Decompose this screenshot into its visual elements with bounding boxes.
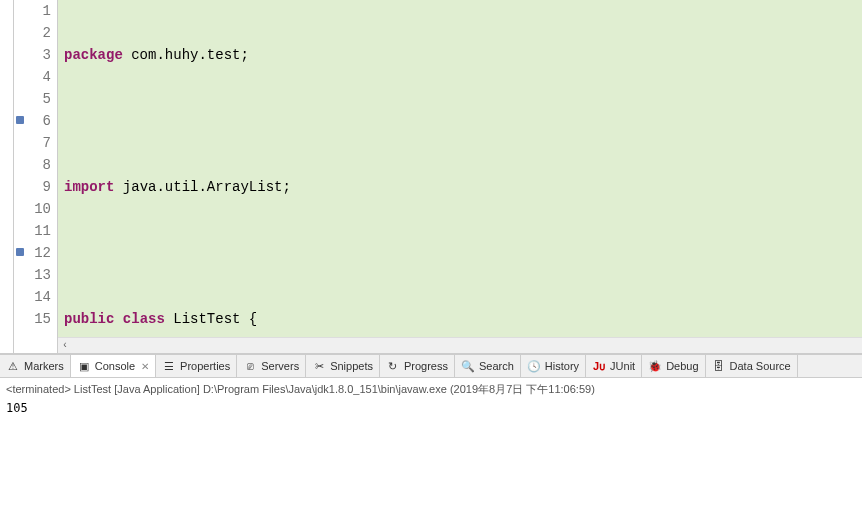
debug-icon: 🐞 xyxy=(648,359,662,373)
line-number: 9 xyxy=(14,176,51,198)
servers-icon: ⎚ xyxy=(243,359,257,373)
line-number-gutter: 1 2 3 4 5 6 7 8 9 10 11 12 13 14 15 xyxy=(14,0,58,353)
ruler-margin xyxy=(0,0,14,353)
horizontal-scrollbar[interactable]: ‹ xyxy=(58,337,862,353)
search-icon: 🔍 xyxy=(461,359,475,373)
junit-icon: Jᴜ xyxy=(592,359,606,373)
line-number: 1 xyxy=(14,0,51,22)
tab-properties[interactable]: ☰Properties xyxy=(156,355,237,377)
line-number: 13 xyxy=(14,264,51,286)
snippets-icon: ✂ xyxy=(312,359,326,373)
properties-icon: ☰ xyxy=(162,359,176,373)
line-number: 7 xyxy=(14,132,51,154)
history-icon: 🕓 xyxy=(527,359,541,373)
code-line[interactable]: public class ListTest { xyxy=(64,308,862,330)
progress-icon: ↻ xyxy=(386,359,400,373)
code-line[interactable]: import java.util.ArrayList; xyxy=(64,176,862,198)
override-marker-icon xyxy=(16,116,24,124)
line-number: 11 xyxy=(14,220,51,242)
tab-servers[interactable]: ⎚Servers xyxy=(237,355,306,377)
close-icon[interactable]: ✕ xyxy=(141,361,149,372)
code-editor[interactable]: 1 2 3 4 5 6 7 8 9 10 11 12 13 14 15 pack… xyxy=(0,0,862,354)
console-view: <terminated> ListTest [Java Application]… xyxy=(0,378,862,417)
tab-console[interactable]: ▣Console✕ xyxy=(71,355,156,377)
code-line[interactable] xyxy=(64,242,862,264)
tab-debug[interactable]: 🐞Debug xyxy=(642,355,705,377)
console-process-label: <terminated> ListTest [Java Application]… xyxy=(0,378,862,399)
tab-search[interactable]: 🔍Search xyxy=(455,355,521,377)
console-icon: ▣ xyxy=(77,359,91,373)
markers-icon: ⚠ xyxy=(6,359,20,373)
override-marker-icon xyxy=(16,248,24,256)
line-number: 8 xyxy=(14,154,51,176)
tab-data-source[interactable]: 🗄Data Source xyxy=(706,355,798,377)
line-number: 5 xyxy=(14,88,51,110)
code-content[interactable]: package com.huhy.test; import java.util.… xyxy=(58,0,862,353)
scroll-left-icon[interactable]: ‹ xyxy=(62,340,68,351)
line-number: 10 xyxy=(14,198,51,220)
code-line[interactable]: package com.huhy.test; xyxy=(64,44,862,66)
line-number: 3 xyxy=(14,44,51,66)
data-source-icon: 🗄 xyxy=(712,359,726,373)
line-number: 14 xyxy=(14,286,51,308)
line-number: 6 xyxy=(14,110,51,132)
code-line[interactable] xyxy=(64,110,862,132)
views-tab-bar: ⚠Markers ▣Console✕ ☰Properties ⎚Servers … xyxy=(0,354,862,378)
console-output[interactable]: 105 xyxy=(0,399,862,417)
line-number: 15 xyxy=(14,308,51,330)
tab-junit[interactable]: JᴜJUnit xyxy=(586,355,642,377)
line-number: 12 xyxy=(14,242,51,264)
tab-markers[interactable]: ⚠Markers xyxy=(0,355,71,377)
line-number: 4 xyxy=(14,66,51,88)
tab-history[interactable]: 🕓History xyxy=(521,355,586,377)
tab-progress[interactable]: ↻Progress xyxy=(380,355,455,377)
tab-snippets[interactable]: ✂Snippets xyxy=(306,355,380,377)
line-number: 2 xyxy=(14,22,51,44)
